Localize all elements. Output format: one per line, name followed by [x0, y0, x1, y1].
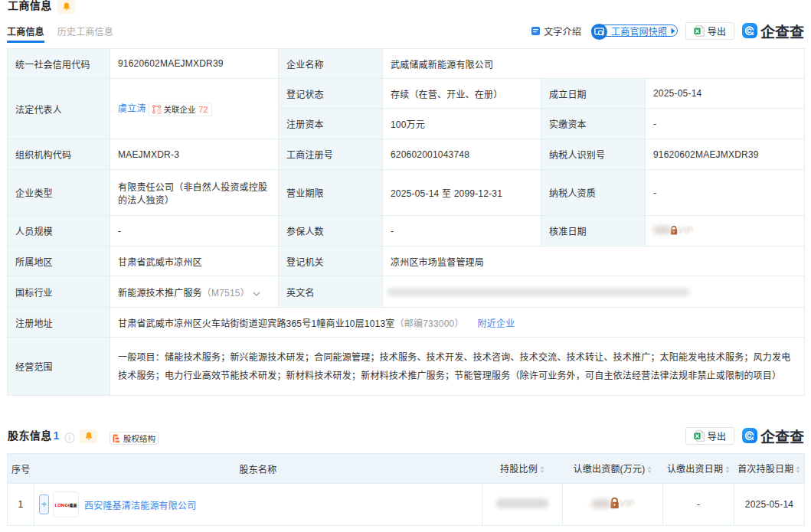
svg-text:企: 企: [155, 107, 161, 114]
